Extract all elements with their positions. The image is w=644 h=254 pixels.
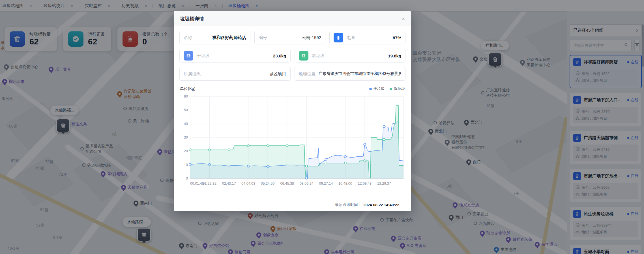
svg-text:20: 20 <box>184 149 188 153</box>
field-value: 19.8kg <box>385 53 401 58</box>
chart-plot: 010203040506000:01:4501:22:3202:43:1704:… <box>179 92 405 188</box>
field-wet-waste: ♻ 湿垃圾 19.8kg <box>295 49 406 63</box>
chart-y-unit: 单位(Kg) <box>180 86 195 91</box>
field-value: 城区项目 <box>267 71 286 77</box>
svg-text:09:27:14: 09:27:14 <box>319 182 333 186</box>
svg-text:00:01:45: 00:01:45 <box>190 182 204 186</box>
field-label: 名称 <box>184 35 192 40</box>
field-value: 云桶-1592 <box>299 35 321 40</box>
svg-text:50: 50 <box>184 108 188 112</box>
legend-item[interactable]: 湿垃圾 <box>390 86 405 91</box>
modal-title: 垃圾桶详情 <box>180 16 204 22</box>
last-comm-label: 最后通讯时间： <box>335 202 362 207</box>
last-comm-value: 2024-08-22 14:40:22 <box>363 203 399 207</box>
field-label: 编号 <box>259 35 267 40</box>
recycle-icon: ♻ <box>299 51 308 61</box>
bin-detail-modal: 垃圾桶详情 × 名称 祥和路好药师药店 编号 云桶-1592 电量 87% ♻ <box>174 11 411 211</box>
svg-text:10:48:00: 10:48:00 <box>338 182 352 186</box>
waste-trend-chart: 单位(Kg) 干垃圾湿垃圾 010203040506000:01:4501:22… <box>179 86 405 189</box>
svg-text:12:08:48: 12:08:48 <box>358 182 372 186</box>
svg-text:30: 30 <box>184 135 188 139</box>
svg-text:10: 10 <box>184 163 188 167</box>
field-number: 编号 云桶-1592 <box>254 31 325 44</box>
legend-item[interactable]: 干垃圾 <box>369 86 385 91</box>
recycle-icon: ♻ <box>184 51 193 61</box>
svg-text:02:43:17: 02:43:17 <box>222 182 236 186</box>
svg-text:08:06:24: 08:06:24 <box>300 182 314 186</box>
svg-text:06:45:38: 06:45:38 <box>280 182 294 186</box>
field-dry-waste: ♻ 干垃圾 23.6kg <box>179 49 291 63</box>
field-value: 祥和路好药师药店 <box>209 35 246 40</box>
field-label: 所属组织 <box>184 71 201 77</box>
field-value: 87% <box>390 35 401 40</box>
field-label: 电量 <box>347 35 355 40</box>
chart-legend: 干垃圾湿垃圾 <box>369 86 405 91</box>
svg-text:40: 40 <box>184 122 188 126</box>
svg-text:04:04:03: 04:04:03 <box>241 182 255 186</box>
svg-text:05:24:50: 05:24:50 <box>261 182 275 186</box>
legend-dot-icon <box>390 88 392 90</box>
field-value: 23.6kg <box>270 53 286 58</box>
field-battery: 电量 87% <box>329 31 405 44</box>
close-icon[interactable]: × <box>402 16 405 21</box>
field-label: 湿垃圾 <box>312 53 325 59</box>
svg-text:13:29:37: 13:29:37 <box>377 182 391 186</box>
field-organization: 所属组织 城区项目 <box>179 67 291 81</box>
svg-text:01:22:32: 01:22:32 <box>203 182 216 186</box>
legend-label: 干垃圾 <box>373 86 385 91</box>
field-location: 地理位置 广东省肇庆市四会市东城街道祥和路43号雅景居 <box>295 67 406 81</box>
battery-icon <box>334 33 343 42</box>
field-label: 干垃圾 <box>197 53 209 59</box>
legend-dot-icon <box>369 88 372 90</box>
field-value: 广东省肇庆市四会市东城街道祥和路43号雅景居 <box>316 71 402 76</box>
svg-text:60: 60 <box>184 94 188 98</box>
svg-text:0: 0 <box>186 176 188 180</box>
modal-header: 垃圾桶详情 × <box>174 11 411 26</box>
field-name: 名称 祥和路好药师药店 <box>179 31 250 44</box>
last-comm-time: 最后通讯时间： 2024-08-22 14:40:22 <box>179 202 405 211</box>
legend-label: 湿垃圾 <box>394 86 405 91</box>
field-label: 地理位置 <box>299 71 316 77</box>
